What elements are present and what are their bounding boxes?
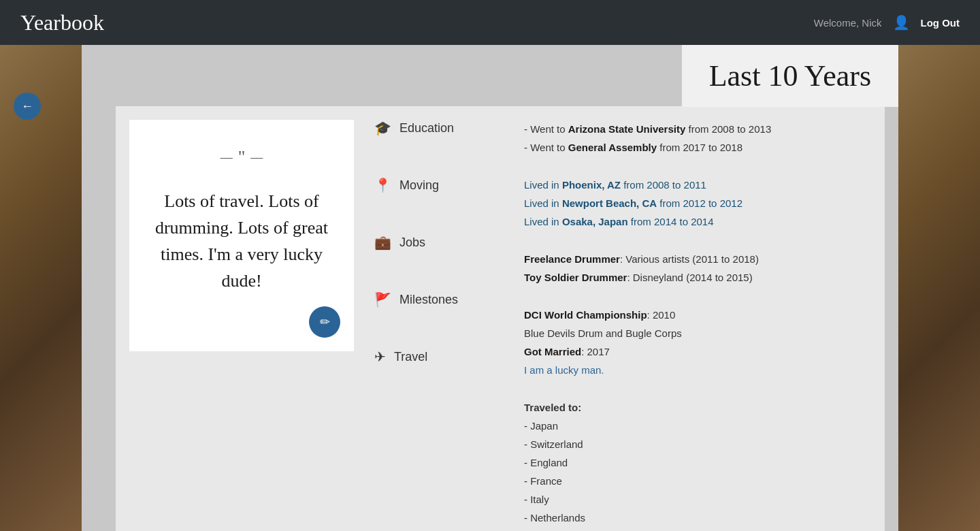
edit-button[interactable]: ✏	[309, 306, 340, 338]
welcome-text: Welcome, Nick	[814, 17, 882, 29]
milestones-label: Milestones	[399, 293, 458, 307]
left-sidebar: ←	[0, 45, 82, 531]
categories-column: 🎓 Education 📍 Moving 💼 Jobs 🚩 Milestones…	[368, 106, 504, 531]
milestone-line-2: Blue Devils Drum and Bugle Corps	[524, 324, 864, 342]
education-line-2: - Went to General Assembly from 2017 to …	[524, 138, 864, 157]
dash-right: —	[250, 150, 263, 165]
travel-italy: - Italy	[524, 490, 864, 509]
travel-switzerland: - Switzerland	[524, 435, 864, 453]
education-section: - Went to Arizona State University from …	[524, 120, 864, 157]
category-item-jobs[interactable]: 💼 Jobs	[374, 234, 497, 251]
flag-icon: 🚩	[374, 291, 391, 308]
travel-section: Traveled to: - Japan - Switzerland - Eng…	[524, 398, 864, 531]
jobs-section: Freelance Drummer: Various artists (2011…	[524, 250, 864, 287]
quote-inner: — " — Lots of travel. Lots of drumming. …	[129, 120, 354, 351]
milestone-line-4[interactable]: I am a lucky man.	[524, 361, 864, 379]
details-column: - Went to Arizona State University from …	[504, 106, 885, 531]
category-item-travel[interactable]: ✈ Travel	[374, 349, 497, 365]
back-button[interactable]: ←	[14, 93, 41, 120]
category-item-milestones[interactable]: 🚩 Milestones	[374, 291, 497, 308]
app-title: Yearbook	[20, 10, 104, 35]
briefcase-icon: 💼	[374, 234, 391, 251]
quote-marks-icon: "	[238, 147, 246, 167]
milestone-line-3: Got Married: 2017	[524, 342, 864, 361]
sidebar-bg	[0, 45, 82, 531]
content-area: Last 10 Years — " — Lots of travel. Lots…	[82, 45, 898, 531]
travel-netherlands: - Netherlands	[524, 509, 864, 527]
title-box: Last 10 Years	[682, 45, 898, 107]
moving-line-2: Lived in Newport Beach, CA from 2012 to …	[524, 194, 864, 212]
back-arrow-icon: ←	[21, 99, 33, 114]
milestone-line-1: DCI World Championship: 2010	[524, 306, 864, 324]
moving-line-1: Lived in Phoenix, AZ from 2008 to 2011	[524, 176, 864, 194]
travel-france: - France	[524, 472, 864, 490]
category-item-moving[interactable]: 📍 Moving	[374, 177, 497, 193]
travel-belgium: - Belgium	[524, 527, 864, 531]
category-item-education[interactable]: 🎓 Education	[374, 120, 497, 136]
header: Yearbook Welcome, Nick 👤 Log Out	[0, 0, 980, 45]
travel-header: Traveled to:	[524, 398, 864, 417]
dash-left: —	[220, 150, 233, 165]
moving-label: Moving	[399, 178, 439, 193]
moving-line-3: Lived in Osaka, Japan from 2014 to 2014	[524, 212, 864, 231]
plane-icon: ✈	[374, 349, 386, 365]
jobs-line-1: Freelance Drummer: Various artists (2011…	[524, 250, 864, 268]
quote-decoration: — " —	[220, 147, 263, 167]
education-icon: 🎓	[374, 120, 391, 136]
education-line-1: - Went to Arizona State University from …	[524, 120, 864, 138]
education-label: Education	[399, 121, 454, 135]
travel-japan: - Japan	[524, 417, 864, 435]
jobs-line-2: Toy Soldier Drummer: Disneyland (2014 to…	[524, 268, 864, 287]
right-decoration	[898, 45, 980, 531]
quote-text: Lots of travel. Lots of drumming. Lots o…	[150, 188, 333, 294]
logout-button[interactable]: Log Out	[921, 17, 960, 29]
header-right: Welcome, Nick 👤 Log Out	[814, 14, 960, 31]
page-title: Last 10 Years	[709, 59, 871, 93]
moving-section: Lived in Phoenix, AZ from 2008 to 2011 L…	[524, 176, 864, 231]
location-icon: 📍	[374, 177, 391, 193]
milestones-section: DCI World Championship: 2010 Blue Devils…	[524, 306, 864, 379]
travel-label: Travel	[394, 350, 427, 364]
inner-panel: — " — Lots of travel. Lots of drumming. …	[116, 106, 885, 531]
pencil-icon: ✏	[320, 315, 330, 329]
main-wrapper: ← Last 10 Years — " — Lots of travel. Lo…	[0, 45, 980, 531]
user-icon: 👤	[893, 14, 910, 31]
jobs-label: Jobs	[399, 236, 425, 250]
travel-england: - England	[524, 453, 864, 472]
quote-card: — " — Lots of travel. Lots of drumming. …	[116, 106, 368, 531]
